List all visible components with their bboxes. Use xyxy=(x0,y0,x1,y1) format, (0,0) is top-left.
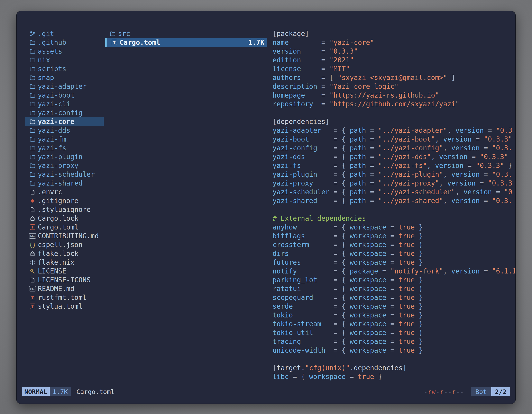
toml-icon: T xyxy=(110,40,119,45)
entry-label: .gitignore xyxy=(38,197,78,205)
nix-icon xyxy=(28,259,37,266)
parent-file-row[interactable]: LICENSE-ICONS xyxy=(25,276,104,284)
toml-icon: T xyxy=(28,295,37,300)
entry-label: assets xyxy=(38,47,62,55)
preview-code-line: yazi-scheduler = { path = "../yazi-sched… xyxy=(273,188,515,196)
entry-label: yazi-dds xyxy=(38,126,70,135)
entry-label: rustfmt.toml xyxy=(38,294,86,301)
parent-file-row[interactable]: TCargo.toml xyxy=(25,223,104,231)
parent-file-row[interactable]: Cargo.lock xyxy=(25,214,104,223)
file-permissions: -rw-r--r-- xyxy=(424,388,464,395)
lock-icon xyxy=(28,250,37,257)
parent-dir-row[interactable]: nix xyxy=(25,56,104,64)
parent-file-row[interactable]: .envrc xyxy=(25,188,104,196)
parent-dir-row[interactable]: yazi-adapter xyxy=(25,82,104,91)
parent-file-row[interactable]: {}cspell.json xyxy=(25,240,104,249)
preview-code-line: [target."cfg(unix)".dependencies] xyxy=(273,364,515,372)
parent-dir-row[interactable]: yazi-cli xyxy=(25,100,104,108)
parent-dir-row[interactable]: yazi-core xyxy=(25,117,104,126)
panes-container: .git.githubassetsnixscriptssnapyazi-adap… xyxy=(17,29,515,384)
parent-file-row[interactable]: M↓README.md xyxy=(25,284,104,293)
entry-label: yazi-proxy xyxy=(38,162,78,170)
preview-code-line: unicode-width = { workspace = true } xyxy=(273,346,515,355)
parent-dir-row[interactable]: scripts xyxy=(25,64,104,73)
current-dir-row[interactable]: src xyxy=(105,29,267,38)
entry-label: Cargo.toml xyxy=(38,223,78,231)
preview-code-line xyxy=(273,205,515,214)
parent-dir-row[interactable]: yazi-scheduler xyxy=(25,170,104,179)
parent-file-row[interactable]: .styluaignore xyxy=(25,205,104,214)
preview-code-line: tokio = { workspace = true } xyxy=(273,311,515,319)
entry-label: yazi-adapter xyxy=(38,82,86,90)
parent-file-row[interactable]: .gitignore xyxy=(25,196,104,205)
preview-code-line: crossterm = { workspace = true } xyxy=(273,240,515,249)
parent-file-row[interactable]: Trustfmt.toml xyxy=(25,293,104,302)
lock-icon xyxy=(28,215,37,221)
folder-icon xyxy=(28,92,37,98)
folder-icon xyxy=(28,171,37,178)
folder-icon xyxy=(28,83,37,90)
entry-label: Cargo.toml xyxy=(120,39,160,47)
entry-label: yazi-core xyxy=(38,118,75,125)
parent-dir-row[interactable]: .github xyxy=(25,38,104,47)
preview-code-line: parking_lot = { workspace = true } xyxy=(273,276,515,284)
preview-code-line: tokio-util = { workspace = true } xyxy=(273,328,515,337)
parent-file-row[interactable]: M↓CONTRIBUTING.md xyxy=(25,231,104,240)
file-preview-pane[interactable]: [package]name = "yazi-core"version = "0.… xyxy=(273,29,515,384)
toml-icon: T xyxy=(28,224,37,230)
entry-label: yazi-fm xyxy=(38,135,66,143)
entry-label: nix xyxy=(38,56,50,64)
entry-label: yazi-boot xyxy=(38,91,75,99)
current-directory-pane[interactable]: srcTCargo.toml1.7K xyxy=(105,29,267,384)
parent-file-row[interactable]: flake.nix xyxy=(25,258,104,267)
parent-dir-row[interactable]: snap xyxy=(25,73,104,82)
file-counter: 2/2 xyxy=(491,387,510,396)
entry-label: .git xyxy=(38,30,54,38)
entry-label: snap xyxy=(38,74,54,82)
git-diamond-icon xyxy=(28,198,37,204)
parent-file-row[interactable]: Tstylua.toml xyxy=(25,302,104,311)
parent-dir-row[interactable]: .git xyxy=(25,29,104,38)
parent-dir-row[interactable]: yazi-config xyxy=(25,108,104,117)
file-icon xyxy=(28,189,37,195)
status-file-size: 1.7K xyxy=(50,387,71,396)
preview-code-line: futures = { workspace = true } xyxy=(273,258,515,267)
parent-file-row[interactable]: LICENSE xyxy=(25,267,104,276)
preview-code-line: yazi-config = { path = "../yazi-config",… xyxy=(273,144,515,152)
entry-label: cspell.json xyxy=(38,241,83,249)
parent-dir-row[interactable]: yazi-boot xyxy=(25,91,104,100)
parent-dir-row[interactable]: yazi-fs xyxy=(25,144,104,152)
preview-code-line: [package] xyxy=(273,29,515,38)
parent-dir-row[interactable]: assets xyxy=(25,47,104,56)
markdown-icon: M↓ xyxy=(28,286,37,291)
entry-label: CONTRIBUTING.md xyxy=(38,232,99,240)
preview-code-line: tracing = { workspace = true } xyxy=(273,337,515,346)
parent-file-row[interactable]: flake.lock xyxy=(25,249,104,258)
preview-code-line: name = "yazi-core" xyxy=(273,38,515,47)
parent-dir-row[interactable]: yazi-dds xyxy=(25,126,104,135)
preview-code-line: [dependencies] xyxy=(273,117,515,126)
preview-code-line: yazi-adapter = { path = "../yazi-adapter… xyxy=(273,126,515,135)
folder-icon xyxy=(28,163,37,169)
preview-code-line: anyhow = { workspace = true } xyxy=(273,223,515,231)
entry-label: flake.lock xyxy=(38,250,78,258)
entry-label: .github xyxy=(38,39,66,47)
current-file-row[interactable]: TCargo.toml1.7K xyxy=(105,38,267,47)
preview-code-line: libc = { workspace = true } xyxy=(273,372,515,381)
toml-icon: T xyxy=(28,304,37,309)
entry-label: README.md xyxy=(38,285,75,293)
folder-icon xyxy=(28,101,37,107)
folder-icon xyxy=(28,39,37,46)
parent-dir-row[interactable]: yazi-fm xyxy=(25,135,104,144)
parent-directory-pane[interactable]: .git.githubassetsnixscriptssnapyazi-adap… xyxy=(25,29,104,384)
folder-icon xyxy=(28,57,37,63)
parent-dir-row[interactable]: yazi-proxy xyxy=(25,161,104,170)
folder-icon xyxy=(28,154,37,160)
entry-label: scripts xyxy=(38,65,66,73)
entry-label: flake.nix xyxy=(38,258,75,266)
parent-dir-row[interactable]: yazi-shared xyxy=(25,179,104,188)
parent-dir-row[interactable]: yazi-plugin xyxy=(25,152,104,161)
entry-label: LICENSE-ICONS xyxy=(38,276,91,284)
preview-code-line xyxy=(273,108,515,117)
folder-icon xyxy=(28,145,37,151)
